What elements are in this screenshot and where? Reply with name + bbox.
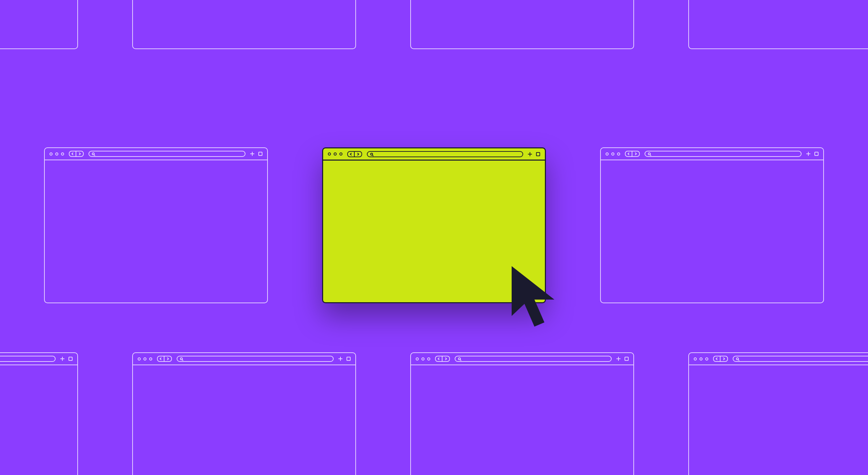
traffic-lights bbox=[50, 152, 64, 156]
toolbar bbox=[45, 148, 267, 160]
chevron-left-icon bbox=[160, 357, 162, 360]
forward-button bbox=[632, 151, 639, 156]
nav-buttons bbox=[69, 151, 84, 157]
search-icon bbox=[648, 152, 651, 155]
nav-buttons bbox=[435, 356, 450, 362]
plus-icon[interactable] bbox=[528, 152, 532, 156]
chevron-left-icon bbox=[716, 357, 718, 360]
close-icon bbox=[694, 357, 697, 360]
minimize-icon bbox=[55, 152, 58, 156]
address-bar bbox=[455, 356, 612, 362]
plus-icon bbox=[338, 357, 342, 361]
back-button bbox=[436, 356, 442, 361]
nav-buttons bbox=[347, 151, 362, 157]
close-icon bbox=[606, 152, 609, 156]
right-controls bbox=[250, 152, 262, 156]
address-bar bbox=[645, 151, 802, 157]
nav-buttons bbox=[713, 356, 728, 362]
toolbar bbox=[0, 353, 77, 365]
traffic-lights bbox=[694, 357, 708, 360]
forward-button bbox=[721, 356, 727, 361]
plus-icon bbox=[250, 152, 254, 156]
chevron-right-icon bbox=[78, 152, 81, 155]
toolbar bbox=[133, 353, 355, 365]
right-controls bbox=[528, 152, 540, 156]
back-button[interactable] bbox=[348, 152, 355, 157]
back-button bbox=[70, 151, 76, 156]
address-bar bbox=[0, 356, 56, 362]
browser-window-outline bbox=[132, 352, 356, 475]
traffic-lights bbox=[416, 357, 430, 360]
minimize-icon bbox=[699, 357, 703, 360]
minimize-icon[interactable] bbox=[334, 152, 337, 156]
browser-window-outline bbox=[600, 147, 824, 303]
toolbar bbox=[411, 353, 633, 365]
search-icon bbox=[458, 357, 461, 360]
tabs-icon bbox=[68, 357, 73, 361]
address-bar bbox=[733, 356, 868, 362]
traffic-lights bbox=[138, 357, 152, 360]
maximize-icon bbox=[427, 357, 430, 360]
chevron-left-icon bbox=[628, 152, 630, 155]
browser-window-outline bbox=[410, 352, 634, 475]
forward-button[interactable] bbox=[355, 152, 361, 157]
search-icon bbox=[180, 357, 183, 360]
maximize-icon bbox=[617, 152, 620, 156]
browser-window-outline bbox=[44, 147, 268, 303]
chevron-right-icon bbox=[356, 152, 359, 155]
address-bar bbox=[177, 356, 334, 362]
address-bar bbox=[88, 151, 245, 157]
back-button bbox=[158, 356, 164, 361]
tabs-icon bbox=[258, 152, 262, 156]
close-icon bbox=[416, 357, 419, 360]
browser-window-outline bbox=[688, 0, 868, 49]
plus-icon bbox=[60, 357, 64, 361]
toolbar bbox=[689, 353, 868, 365]
chevron-left-icon bbox=[72, 152, 74, 155]
chevron-right-icon bbox=[722, 357, 725, 360]
chevron-right-icon bbox=[634, 152, 637, 155]
browser-window-outline bbox=[688, 352, 868, 475]
search-icon bbox=[92, 152, 95, 155]
chevron-right-icon bbox=[444, 357, 447, 360]
browser-window-outline bbox=[410, 0, 634, 49]
traffic-lights bbox=[328, 152, 342, 156]
minimize-icon bbox=[143, 357, 146, 360]
browser-window-outline bbox=[132, 0, 356, 49]
right-controls bbox=[806, 152, 818, 156]
search-icon bbox=[370, 153, 373, 156]
maximize-icon bbox=[705, 357, 708, 360]
right-controls bbox=[616, 357, 629, 361]
maximize-icon[interactable] bbox=[339, 152, 342, 156]
address-bar[interactable] bbox=[367, 151, 523, 157]
back-button bbox=[714, 356, 721, 361]
minimize-icon bbox=[611, 152, 614, 156]
search-icon bbox=[736, 357, 739, 360]
back-button bbox=[626, 151, 632, 156]
tabs-icon[interactable] bbox=[536, 152, 540, 156]
forward-button bbox=[76, 151, 83, 156]
forward-button bbox=[442, 356, 449, 361]
nav-buttons bbox=[157, 356, 172, 362]
plus-icon bbox=[616, 357, 620, 361]
forward-button bbox=[164, 356, 171, 361]
chevron-left-icon bbox=[350, 152, 353, 155]
traffic-lights bbox=[606, 152, 620, 156]
toolbar bbox=[323, 148, 545, 161]
right-controls bbox=[60, 357, 73, 361]
browser-window-outline bbox=[0, 0, 78, 49]
plus-icon bbox=[806, 152, 810, 156]
nav-buttons bbox=[625, 151, 640, 157]
chevron-left-icon bbox=[438, 357, 440, 360]
svg-marker-0 bbox=[512, 266, 554, 327]
cursor-icon bbox=[505, 263, 576, 334]
maximize-icon bbox=[61, 152, 64, 156]
tabs-icon bbox=[814, 152, 818, 156]
toolbar bbox=[601, 148, 823, 160]
tabs-icon bbox=[625, 357, 629, 361]
right-controls bbox=[338, 357, 351, 361]
maximize-icon bbox=[149, 357, 152, 360]
browser-window-outline bbox=[0, 352, 78, 475]
close-icon[interactable] bbox=[328, 152, 331, 156]
chevron-right-icon bbox=[166, 357, 169, 360]
